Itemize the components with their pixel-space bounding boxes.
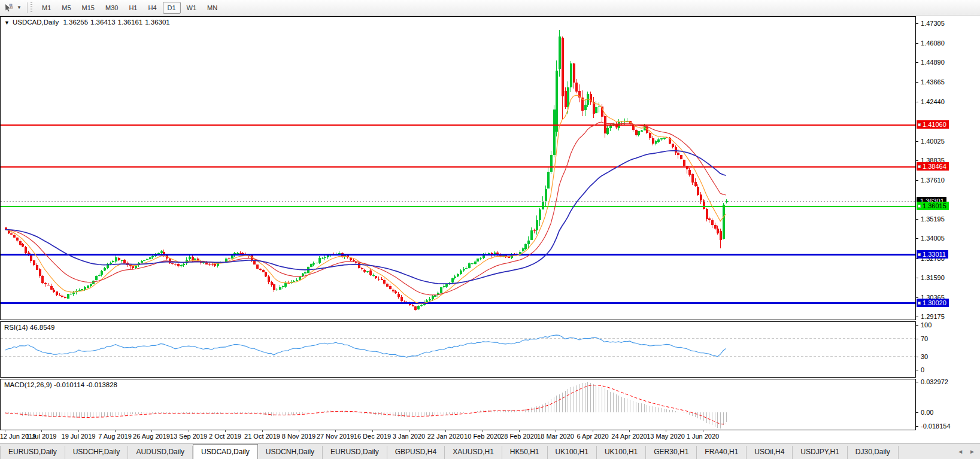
price-tick-label: 1.37610 xyxy=(921,177,945,184)
price-tick-mark xyxy=(916,62,918,63)
candlestick-canvas[interactable] xyxy=(1,17,915,320)
chart-tabs: EURUSD,DailyUSDCHF,DailyAUDUSD,DailyUSDC… xyxy=(0,443,899,459)
date-label: 26 Aug 2019 xyxy=(133,433,170,440)
date-label: 16 Dec 2019 xyxy=(354,433,391,440)
rsi-indicator-panel[interactable]: RSI(14) 46.8549 xyxy=(0,321,916,378)
price-tick-label: 1.42440 xyxy=(921,98,945,105)
date-label: 7 Aug 2019 xyxy=(98,433,132,440)
date-label: 13 May 2020 xyxy=(647,433,685,440)
rsi-tick-label: 0 xyxy=(921,366,924,373)
timeframe-button-M5[interactable]: M5 xyxy=(57,2,75,14)
macd-tick-mark xyxy=(916,426,918,427)
timeframe-button-group: M1M5M15M30H1H4D1W1MN xyxy=(37,2,223,14)
date-label: 8 Nov 2019 xyxy=(282,433,315,440)
chart-tab-DJ30-Daily[interactable]: DJ30,Daily xyxy=(848,446,899,459)
date-axis[interactable]: 12 Jun 20191 Jul 201919 Jul 20197 Aug 20… xyxy=(0,430,916,442)
date-tick-mark xyxy=(5,430,5,432)
chart-tab-EURUSD-Daily[interactable]: EURUSD,Daily xyxy=(0,446,65,459)
price-tick-mark xyxy=(916,141,918,142)
price-tick-mark xyxy=(916,317,918,317)
pointer-tool-glyph xyxy=(4,3,13,13)
chart-tab-USDJPY-H1[interactable]: USDJPY,H1 xyxy=(793,446,847,459)
date-tick-mark xyxy=(78,430,79,432)
toolbar-separator xyxy=(27,2,28,13)
price-tick-label: 1.43665 xyxy=(921,78,945,86)
date-label: 28 Feb 2020 xyxy=(500,433,538,440)
price-axis[interactable]: 1.473051.460801.448901.436651.424401.400… xyxy=(916,16,980,430)
date-tick-mark xyxy=(372,430,373,432)
timeframe-button-W1[interactable]: W1 xyxy=(182,2,202,14)
timeframe-button-M15[interactable]: M15 xyxy=(77,2,99,14)
rsi-tick-mark xyxy=(916,339,918,339)
price-line-badge-1.38464: 1.38464 xyxy=(917,162,949,171)
toolbar-grip-handle[interactable] xyxy=(30,2,33,13)
timeframe-button-H1[interactable]: H1 xyxy=(124,2,142,14)
date-tick-mark xyxy=(556,430,556,432)
chart-tab-AUDUSD-Daily[interactable]: AUDUSD,Daily xyxy=(128,446,193,459)
rsi-tick-mark xyxy=(916,370,918,370)
price-tick-label: 1.31590 xyxy=(921,274,945,281)
chart-tab-HK50-H1[interactable]: HK50,H1 xyxy=(502,446,548,459)
chart-symbol-label: USDCAD,Daily xyxy=(13,19,59,26)
mt4-terminal-window: ▼ M1M5M15M30H1H4D1W1MN ▼USDCAD,Daily 1.3… xyxy=(0,0,980,459)
chart-tab-GBPUSD-H4[interactable]: GBPUSD,H4 xyxy=(387,446,445,459)
timeframe-button-H4[interactable]: H4 xyxy=(143,2,161,14)
price-tick-mark xyxy=(916,238,918,239)
date-tick-mark xyxy=(409,430,409,432)
chart-tab-USDCAD-Daily[interactable]: USDCAD,Daily xyxy=(193,444,258,459)
price-tick-label: 1.35195 xyxy=(921,215,945,223)
tab-scroll-left-icon[interactable]: ◄ xyxy=(957,448,963,455)
price-tick-mark xyxy=(916,160,918,161)
timeframe-button-M30[interactable]: M30 xyxy=(101,2,123,14)
price-tick-mark xyxy=(916,43,918,44)
macd-tick-label: -0.018154 xyxy=(921,422,951,430)
chart-tab-UK100-H1[interactable]: UK100,H1 xyxy=(597,446,646,459)
price-chart-panel[interactable]: ▼USDCAD,Daily 1.362551.364131.361611.363… xyxy=(0,16,916,320)
date-label: 22 Jan 2020 xyxy=(427,433,464,440)
chart-tab-USOil-H4[interactable]: USOil,H4 xyxy=(747,446,793,459)
date-label: 1 Jul 2019 xyxy=(26,433,57,440)
price-tick-mark xyxy=(916,102,918,102)
chart-tab-USDCHF-Daily[interactable]: USDCHF,Daily xyxy=(65,446,129,459)
line-anchor-icon xyxy=(918,123,921,126)
pointer-tool-dropdown[interactable]: ▼ xyxy=(15,2,23,14)
chart-tab-XAUUSD-H1[interactable]: XAUUSD,H1 xyxy=(445,446,502,459)
ohlc-high: 1.36413 xyxy=(90,19,116,26)
date-label: 19 Jul 2019 xyxy=(62,433,96,440)
chart-expand-icon[interactable]: ▼ xyxy=(4,20,10,26)
chart-tab-GER30-H1[interactable]: GER30,H1 xyxy=(646,446,697,459)
price-line-badge-1.30020: 1.30020 xyxy=(917,299,949,307)
date-tick-mark xyxy=(445,430,446,432)
chart-ohlc-title: ▼USDCAD,Daily 1.362551.364131.361611.363… xyxy=(4,19,172,26)
macd-canvas[interactable] xyxy=(1,379,915,430)
tab-scroll-right-icon[interactable]: ► xyxy=(969,448,975,455)
ohlc-open: 1.36255 xyxy=(63,19,88,26)
timeframe-button-M1[interactable]: M1 xyxy=(37,2,56,14)
line-anchor-icon xyxy=(918,205,921,208)
price-tick-mark xyxy=(916,180,918,181)
macd-tick-mark xyxy=(916,382,918,382)
price-tick-label: 1.47305 xyxy=(921,20,945,27)
price-line-badge-1.36015: 1.36015 xyxy=(917,202,949,210)
timeframe-button-D1[interactable]: D1 xyxy=(163,2,181,14)
line-anchor-icon xyxy=(918,165,921,168)
date-tick-mark xyxy=(593,430,593,432)
timeframe-button-MN[interactable]: MN xyxy=(202,2,222,14)
chart-tab-FRA40-H1[interactable]: FRA40,H1 xyxy=(697,446,747,459)
rsi-canvas[interactable] xyxy=(1,322,915,377)
date-label: 27 Nov 2019 xyxy=(317,433,354,440)
price-tick-label: 1.46080 xyxy=(921,39,945,47)
ohlc-low: 1.36161 xyxy=(118,19,143,26)
chart-tab-EURUSD-Daily[interactable]: EURUSD,Daily xyxy=(323,446,387,459)
date-tick-mark xyxy=(151,430,152,432)
date-tick-mark xyxy=(189,430,189,432)
date-label: 3 Jan 2020 xyxy=(393,433,425,440)
chart-pointer-tool-icon[interactable] xyxy=(2,2,15,14)
chart-tab-UK100-H1[interactable]: UK100,H1 xyxy=(548,446,597,459)
rsi-tick-mark xyxy=(916,357,918,357)
chart-tab-USDCNH-Daily[interactable]: USDCNH,Daily xyxy=(258,446,323,459)
macd-indicator-panel[interactable]: MACD(12,26,9) -0.010114 -0.013828 xyxy=(0,379,916,430)
price-tick-label: 1.34005 xyxy=(921,235,945,242)
date-tick-mark xyxy=(225,430,226,432)
date-label: 18 Mar 2020 xyxy=(537,433,574,440)
